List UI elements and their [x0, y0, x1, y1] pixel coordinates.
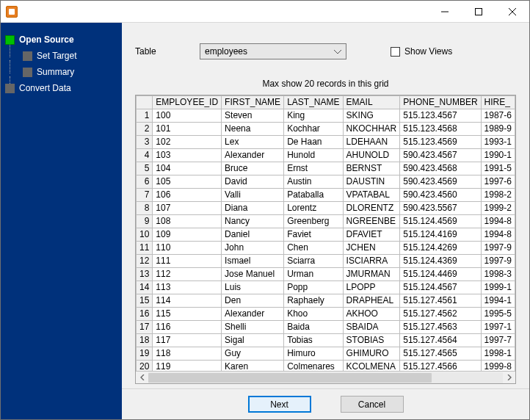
- table-row[interactable]: 3102LexDe HaanLDEHAAN515.123.45691993-1: [137, 136, 515, 149]
- cell[interactable]: 101: [153, 123, 222, 136]
- cell[interactable]: Diana: [222, 202, 284, 215]
- show-views-checkbox[interactable]: Show Views: [391, 46, 452, 57]
- column-header[interactable]: HIRE_: [481, 96, 515, 109]
- cell[interactable]: 110: [153, 242, 222, 255]
- cell[interactable]: Himuro: [284, 347, 343, 361]
- table-row[interactable]: 12111IsmaelSciarraISCIARRA515.124.436919…: [137, 255, 515, 268]
- cell[interactable]: 104: [153, 162, 222, 175]
- cell[interactable]: 515.127.4561: [400, 294, 481, 308]
- cell[interactable]: AHUNOLD: [343, 149, 400, 162]
- cell[interactable]: JCHEN: [343, 242, 400, 255]
- cell[interactable]: 1999-2: [481, 202, 515, 215]
- cell[interactable]: 115: [153, 308, 222, 321]
- step-set-target[interactable]: Set Target: [1, 48, 122, 64]
- cell[interactable]: 515.127.4565: [400, 347, 481, 361]
- cell[interactable]: 111: [153, 255, 222, 268]
- cell[interactable]: 118: [153, 347, 222, 361]
- cell[interactable]: LDEHAAN: [343, 136, 400, 149]
- minimize-button[interactable]: [428, 1, 462, 23]
- maximize-button[interactable]: [462, 1, 495, 23]
- cell[interactable]: 108: [153, 215, 222, 228]
- cell[interactable]: 1994-1: [481, 294, 515, 308]
- table-row[interactable]: 9108NancyGreenbergNGREENBE515.124.456919…: [137, 215, 515, 228]
- table-row[interactable]: 18117SigalTobiasSTOBIAS515.127.45641997-…: [137, 334, 515, 347]
- table-row[interactable]: 1100StevenKingSKING515.123.45671987-6: [137, 109, 515, 123]
- cell[interactable]: 1998-2: [481, 189, 515, 202]
- cell[interactable]: Greenberg: [284, 215, 343, 228]
- step-open-source[interactable]: Open Source: [1, 32, 122, 48]
- cell[interactable]: 117: [153, 334, 222, 347]
- column-header[interactable]: PHONE_NUMBER: [400, 96, 481, 109]
- table-row[interactable]: 15114DenRaphaelyDRAPHEAL515.127.45611994…: [137, 294, 515, 308]
- cell[interactable]: 116: [153, 321, 222, 334]
- cell[interactable]: David: [222, 175, 284, 189]
- cell[interactable]: GHIMURO: [343, 347, 400, 361]
- cell[interactable]: Faviet: [284, 228, 343, 242]
- table-row[interactable]: 2101NeenaKochharNKOCHHAR515.123.45681989…: [137, 123, 515, 136]
- cell[interactable]: BERNST: [343, 162, 400, 175]
- cell[interactable]: 1993-1: [481, 136, 515, 149]
- cell[interactable]: Kochhar: [284, 123, 343, 136]
- cell[interactable]: 590.423.4569: [400, 175, 481, 189]
- cell[interactable]: AKHOO: [343, 308, 400, 321]
- cell[interactable]: Hunold: [284, 149, 343, 162]
- cell[interactable]: Khoo: [284, 308, 343, 321]
- cell[interactable]: KCOLMENA: [343, 361, 400, 372]
- cell[interactable]: 102: [153, 136, 222, 149]
- cell[interactable]: Baida: [284, 321, 343, 334]
- cell[interactable]: 515.124.4469: [400, 268, 481, 281]
- table-row[interactable]: 6105DavidAustinDAUSTIN590.423.45691997-6: [137, 175, 515, 189]
- cell[interactable]: 515.124.4169: [400, 228, 481, 242]
- cell[interactable]: 515.124.4569: [400, 215, 481, 228]
- cell[interactable]: 515.124.4369: [400, 255, 481, 268]
- cell[interactable]: Sciarra: [284, 255, 343, 268]
- cell[interactable]: 106: [153, 189, 222, 202]
- cell[interactable]: John: [222, 242, 284, 255]
- cell[interactable]: DLORENTZ: [343, 202, 400, 215]
- table-row[interactable]: 4103AlexanderHunoldAHUNOLD590.423.456719…: [137, 149, 515, 162]
- cell[interactable]: King: [284, 109, 343, 123]
- cell[interactable]: 1994-8: [481, 215, 515, 228]
- cell[interactable]: 1989-9: [481, 123, 515, 136]
- cell[interactable]: Austin: [284, 175, 343, 189]
- cell[interactable]: Valli: [222, 189, 284, 202]
- scrollbar-thumb[interactable]: [148, 373, 432, 383]
- cell[interactable]: Tobias: [284, 334, 343, 347]
- table-row[interactable]: 14113LuisPoppLPOPP515.124.45671999-1: [137, 281, 515, 294]
- table-row[interactable]: 8107DianaLorentzDLORENTZ590.423.55671999…: [137, 202, 515, 215]
- column-header[interactable]: LAST_NAME: [284, 96, 343, 109]
- next-button[interactable]: Next: [248, 396, 311, 413]
- cell[interactable]: 590.423.5567: [400, 202, 481, 215]
- cell[interactable]: 1995-5: [481, 308, 515, 321]
- cell[interactable]: 515.127.4562: [400, 308, 481, 321]
- cell[interactable]: NKOCHHAR: [343, 123, 400, 136]
- cell[interactable]: LPOPP: [343, 281, 400, 294]
- cell[interactable]: Nancy: [222, 215, 284, 228]
- cell[interactable]: DFAVIET: [343, 228, 400, 242]
- cell[interactable]: Lex: [222, 136, 284, 149]
- cell[interactable]: Popp: [284, 281, 343, 294]
- column-header[interactable]: EMAIL: [343, 96, 400, 109]
- cancel-button[interactable]: Cancel: [341, 396, 404, 413]
- cell[interactable]: VPATABAL: [343, 189, 400, 202]
- cell[interactable]: 1997-9: [481, 255, 515, 268]
- column-header[interactable]: EMPLOYEE_ID: [153, 96, 222, 109]
- cell[interactable]: 1997-7: [481, 334, 515, 347]
- table-row[interactable]: 17116ShelliBaidaSBAIDA515.127.45631997-1: [137, 321, 515, 334]
- cell[interactable]: 109: [153, 228, 222, 242]
- cell[interactable]: Jose Manuel: [222, 268, 284, 281]
- cell[interactable]: 515.123.4568: [400, 123, 481, 136]
- cell[interactable]: 1999-8: [481, 361, 515, 372]
- cell[interactable]: Den: [222, 294, 284, 308]
- cell[interactable]: 1999-1: [481, 281, 515, 294]
- cell[interactable]: Alexander: [222, 308, 284, 321]
- cell[interactable]: 100: [153, 109, 222, 123]
- cell[interactable]: 590.423.4560: [400, 189, 481, 202]
- table-row[interactable]: 13112Jose ManuelUrmanJMURMAN515.124.4469…: [137, 268, 515, 281]
- cell[interactable]: 1998-1: [481, 347, 515, 361]
- cell[interactable]: Shelli: [222, 321, 284, 334]
- cell[interactable]: Daniel: [222, 228, 284, 242]
- cell[interactable]: 107: [153, 202, 222, 215]
- cell[interactable]: SKING: [343, 109, 400, 123]
- cell[interactable]: Ernst: [284, 162, 343, 175]
